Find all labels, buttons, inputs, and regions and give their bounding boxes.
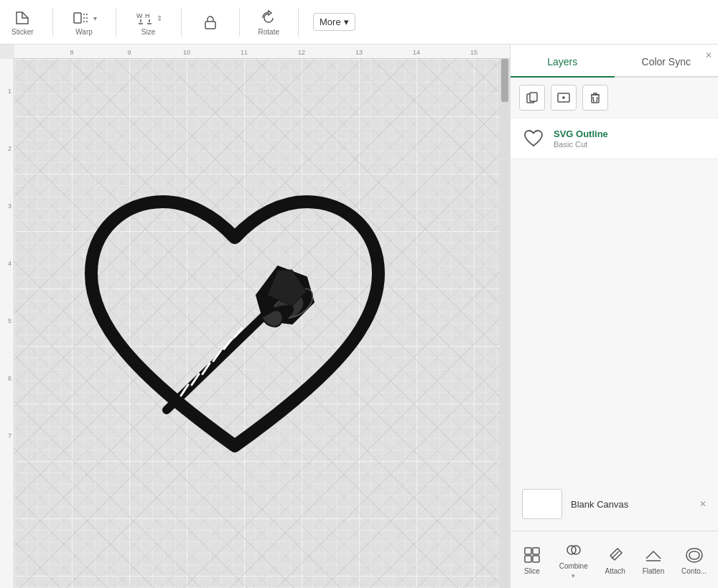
ruler-h-9: 9: [127, 49, 131, 56]
rotate-tool[interactable]: Rotate: [254, 5, 284, 39]
sep5: [298, 8, 299, 37]
panel-actions: [510, 78, 718, 118]
ruler-v-2: 2: [8, 145, 11, 152]
slice-btn[interactable]: Slice: [516, 542, 548, 578]
scrollbar-vertical[interactable]: [500, 59, 510, 588]
layer-info: SVG Outline Basic Cut: [554, 129, 707, 149]
slice-label: Slice: [524, 567, 540, 575]
attach-label: Attach: [605, 567, 625, 575]
combine-label: Combine: [559, 562, 588, 570]
ruler-h-10: 10: [183, 49, 190, 56]
svg-text:H: H: [145, 12, 150, 19]
ruler-h-12: 12: [298, 49, 305, 56]
sticker-icon: [12, 8, 32, 28]
contour-btn[interactable]: Conto...: [676, 542, 712, 578]
canvas-grid: [14, 59, 510, 588]
contour-icon: [684, 545, 704, 565]
warp-label: Warp: [75, 28, 93, 36]
sep3: [181, 8, 182, 37]
duplicate-layer-btn[interactable]: [519, 85, 545, 111]
right-panel: Layers Color Sync ✕: [510, 45, 718, 588]
more-arrow: ▾: [344, 17, 349, 27]
svg-rect-9: [525, 548, 531, 554]
sticker-label: Sticker: [11, 28, 34, 36]
scrollbar-thumb[interactable]: [501, 59, 508, 102]
flatten-icon: [643, 545, 663, 565]
ruler-h-13: 13: [355, 49, 363, 56]
size-label: Size: [141, 28, 155, 36]
svg-rect-3: [205, 22, 215, 29]
warp-icon: [72, 8, 92, 28]
combine-arrow: ▾: [572, 572, 575, 579]
more-label: More: [320, 17, 341, 27]
ruler-h-14: 14: [413, 49, 420, 56]
canvas-svg[interactable]: [62, 151, 407, 496]
combine-icon: [564, 540, 584, 560]
blank-canvas-label: Blank Canvas: [571, 499, 628, 510]
more-button[interactable]: More ▾: [313, 13, 355, 31]
flatten-label: Flatten: [643, 567, 665, 575]
blank-canvas-close[interactable]: ✕: [699, 499, 707, 509]
rotate-label: Rotate: [258, 28, 279, 36]
svg-rect-0: [74, 13, 81, 23]
ruler-v-4: 4: [8, 260, 11, 267]
attach-btn[interactable]: Attach: [600, 542, 631, 578]
warp-tool[interactable]: ▾ Warp: [67, 5, 101, 39]
lock-icon: [200, 12, 220, 32]
flatten-btn[interactable]: Flatten: [637, 542, 671, 578]
tab-color-sync[interactable]: Color Sync ✕: [615, 45, 719, 76]
sep2: [116, 8, 116, 37]
blank-canvas-item[interactable]: Blank Canvas ✕: [522, 489, 707, 519]
main-area: 8 9 10 11 12 13 14 15 1 2 3 4 5 6 7: [0, 45, 718, 588]
panel-bottom-toolbar: Slice Combine ▾: [510, 531, 718, 588]
ruler-v-3: 3: [8, 202, 11, 210]
ruler-h-8: 8: [70, 49, 73, 56]
sep4: [239, 8, 240, 37]
svg-rect-10: [533, 548, 539, 554]
panel-tabs: Layers Color Sync ✕: [510, 45, 718, 78]
combine-btn[interactable]: Combine ▾: [554, 537, 594, 582]
panel-spacer: [510, 159, 718, 334]
size-tool[interactable]: W H ⇕ Size: [131, 5, 167, 39]
sticker-tool[interactable]: Sticker: [7, 5, 38, 39]
blank-canvas-section: Blank Canvas ✕: [510, 334, 718, 531]
svg-rect-6: [530, 93, 537, 101]
ruler-horizontal: 8 9 10 11 12 13 14 15: [14, 45, 510, 59]
svg-rect-11: [525, 556, 531, 562]
ruler-vertical: 1 2 3 4 5 6 7: [0, 59, 14, 588]
add-layer-btn[interactable]: [551, 85, 577, 111]
svg-rect-8: [592, 95, 599, 103]
rotate-icon: [258, 8, 279, 28]
ruler-v-5: 5: [8, 317, 11, 325]
layer-item-svg[interactable]: SVG Outline Basic Cut: [510, 118, 718, 159]
ruler-v-6: 6: [8, 375, 11, 382]
main-toolbar: Sticker ▾ Warp W H: [0, 0, 718, 45]
svg-text:W: W: [136, 12, 143, 19]
ruler-h-15: 15: [470, 49, 477, 56]
ruler-v-1: 1: [8, 88, 11, 95]
layer-type: Basic Cut: [554, 140, 707, 149]
canvas-area[interactable]: 8 9 10 11 12 13 14 15 1 2 3 4 5 6 7: [0, 45, 510, 588]
delete-layer-btn[interactable]: [582, 85, 608, 111]
ruler-v-7: 7: [8, 432, 11, 439]
layer-heart-icon: [522, 127, 545, 150]
sep1: [52, 8, 53, 37]
slice-icon: [522, 545, 542, 565]
layer-name: SVG Outline: [554, 129, 707, 139]
svg-rect-12: [533, 556, 539, 562]
lock-tool[interactable]: [196, 9, 225, 35]
ruler-h-11: 11: [241, 49, 248, 56]
blank-canvas-thumb: [522, 489, 562, 519]
contour-label: Conto...: [681, 567, 707, 575]
tab-layers[interactable]: Layers: [510, 45, 615, 76]
color-sync-close[interactable]: ✕: [705, 50, 712, 60]
size-icon: W H: [135, 8, 155, 28]
attach-icon: [605, 545, 625, 565]
